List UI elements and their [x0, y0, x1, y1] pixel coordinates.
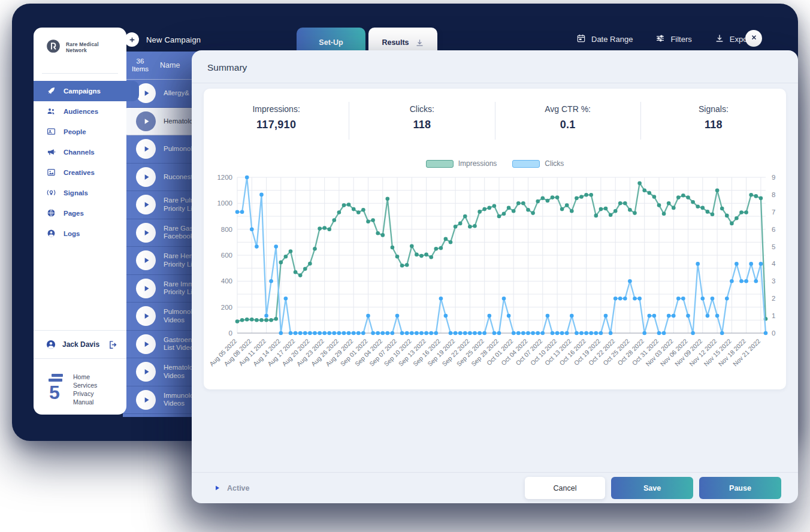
- svg-text:5: 5: [49, 382, 60, 401]
- close-icon: [750, 33, 758, 44]
- svg-text:5: 5: [772, 243, 775, 250]
- sidebar-divider: [42, 73, 118, 74]
- stat-signals: Signals:118: [640, 102, 786, 140]
- sidebar-item-channels[interactable]: Channels: [34, 142, 126, 162]
- modal-title-divider: [192, 83, 798, 83]
- legend-label: Clicks: [545, 159, 564, 168]
- stat-label: Signals:: [641, 104, 786, 114]
- svg-text:7: 7: [772, 208, 775, 216]
- play-icon[interactable]: [136, 111, 156, 131]
- play-icon[interactable]: [136, 334, 156, 354]
- legend-item-impressions: Impressions: [426, 159, 497, 168]
- tab-label: Set-Up: [319, 38, 343, 47]
- play-icon[interactable]: [136, 279, 156, 298]
- footer-link-services[interactable]: Services: [73, 382, 97, 389]
- svg-text:8: 8: [772, 191, 775, 198]
- performance-chart: 0200400600800100012000123456789Aug 05 20…: [208, 169, 781, 385]
- footer-link-manual[interactable]: Manual: [73, 398, 97, 406]
- svg-text:4: 4: [772, 260, 776, 267]
- svg-text:200: 200: [221, 304, 232, 311]
- svg-text:6: 6: [772, 226, 775, 233]
- globe-icon: [47, 208, 56, 219]
- footer-link-home[interactable]: Home: [73, 373, 97, 381]
- save-button[interactable]: Save: [611, 477, 693, 499]
- contact-card-icon: [47, 127, 56, 137]
- rare-medical-logo-icon: [46, 38, 61, 56]
- sidebar-item-label: Campaigns: [64, 87, 101, 95]
- five-logo-icon: 5: [48, 373, 66, 403]
- user-avatar-icon: [46, 339, 56, 350]
- stat-clicks: Clicks:118: [349, 102, 494, 140]
- date-range-button[interactable]: Date Range: [576, 34, 633, 45]
- play-icon[interactable]: [136, 223, 156, 243]
- rocket-icon: [47, 86, 56, 96]
- sidebar-item-creatives[interactable]: Creatives: [34, 162, 126, 183]
- stat-value: 117,910: [204, 119, 349, 131]
- play-icon[interactable]: [136, 390, 156, 410]
- footer-link-privacy[interactable]: Privacy: [73, 390, 97, 398]
- sidebar-nav: CampaignsAudiencesPeopleChannelsCreative…: [34, 81, 126, 244]
- svg-text:2: 2: [772, 295, 775, 302]
- chart-legend: ImpressionsClicks: [204, 159, 786, 168]
- svg-text:0: 0: [229, 330, 232, 337]
- sidebar-item-logs[interactable]: Logs: [34, 223, 126, 244]
- brand-logo: Rare Medical Network: [34, 28, 126, 65]
- logout-icon[interactable]: [108, 340, 118, 350]
- sidebar-item-label: Pages: [64, 210, 84, 217]
- items-count-value: 36: [123, 58, 158, 65]
- app-canvas: New Campaign Set-UpResults Date RangeFil…: [0, 0, 810, 532]
- name-column-header: Name: [160, 61, 180, 69]
- svg-text:9: 9: [772, 174, 775, 181]
- top-bar: New Campaign Set-UpResults Date RangeFil…: [12, 4, 798, 55]
- play-icon[interactable]: [136, 362, 156, 382]
- sidebar-item-label: Signals: [64, 189, 88, 197]
- brand-logo-text: Rare Medical Network: [66, 41, 119, 53]
- megaphone-icon: [47, 147, 56, 158]
- calendar-icon: [576, 34, 586, 45]
- stat-label: Clicks:: [349, 104, 494, 114]
- stat-label: Impressions:: [204, 104, 349, 114]
- play-icon[interactable]: [136, 250, 156, 270]
- items-count-label: Items: [123, 65, 158, 73]
- sidebar-item-signals[interactable]: Signals: [34, 183, 126, 203]
- user-section: Jack Davis 5 HomeServicesPrivacyManual: [34, 330, 126, 406]
- cancel-button[interactable]: Cancel: [525, 477, 605, 499]
- play-icon[interactable]: [136, 139, 156, 159]
- stat-label: Avg CTR %:: [495, 104, 640, 114]
- pause-button[interactable]: Pause: [699, 477, 781, 499]
- tab-label: Results: [382, 38, 409, 47]
- play-icon[interactable]: [136, 167, 156, 187]
- stat-avgctr: Avg CTR %:0.1: [495, 102, 640, 140]
- svg-text:400: 400: [221, 277, 232, 285]
- play-icon[interactable]: [136, 195, 156, 214]
- sidebar-item-audiences[interactable]: Audiences: [34, 101, 126, 122]
- legend-item-clicks: Clicks: [512, 159, 564, 168]
- stat-value: 0.1: [495, 119, 640, 131]
- sidebar-item-label: Creatives: [64, 169, 95, 176]
- campaign-status: Active: [213, 484, 525, 492]
- sidebar-item-people[interactable]: People: [34, 122, 126, 142]
- modal-title: Summary: [192, 50, 798, 73]
- play-icon[interactable]: [136, 306, 156, 326]
- filters-icon: [655, 34, 665, 45]
- download-icon[interactable]: [415, 38, 424, 47]
- export-icon: [715, 34, 724, 45]
- status-label: Active: [227, 484, 250, 492]
- user-line: Jack Davis: [34, 330, 126, 359]
- plus-icon: [125, 32, 139, 47]
- sidebar-item-label: People: [64, 128, 86, 135]
- sidebar-footer: 5 HomeServicesPrivacyManual: [34, 359, 126, 406]
- sidebar-item-campaigns[interactable]: Campaigns: [34, 81, 139, 101]
- action-label: Filters: [670, 35, 691, 44]
- summary-modal: Summary Impressions:117,910Clicks:118Avg…: [192, 50, 798, 503]
- action-label: Date Range: [591, 35, 633, 44]
- items-count: 36 Items: [123, 58, 158, 73]
- person-circle-icon: [47, 229, 56, 239]
- user-name: Jack Davis: [62, 340, 102, 349]
- filters-button[interactable]: Filters: [655, 34, 691, 45]
- sidebar-item-pages[interactable]: Pages: [34, 203, 126, 223]
- new-campaign-button[interactable]: New Campaign: [125, 32, 201, 47]
- topbar-actions: Date RangeFiltersExport: [576, 34, 752, 45]
- sidebar: Rare Medical Network CampaignsAudiencesP…: [34, 28, 126, 415]
- close-button[interactable]: [745, 30, 762, 47]
